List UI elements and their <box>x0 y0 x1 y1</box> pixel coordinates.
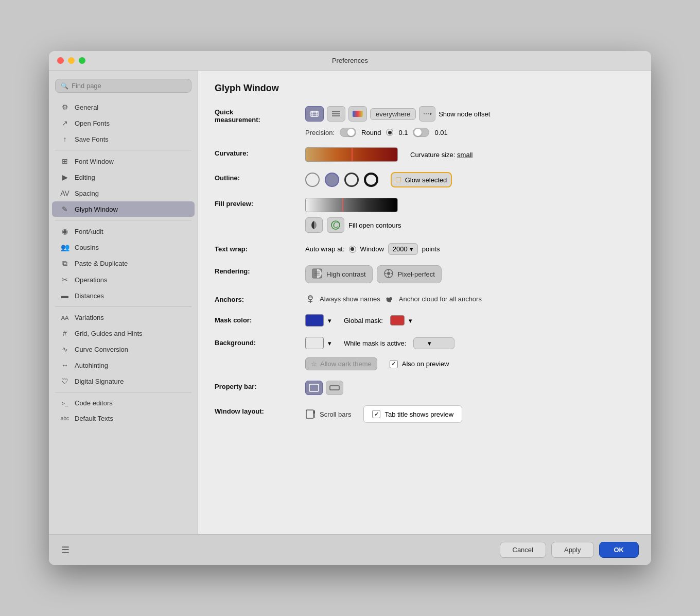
titlebar: Preferences <box>49 51 651 71</box>
sidebar-item-paste-duplicate[interactable]: ⧉ Paste & Duplicate <box>52 255 195 271</box>
grid-icon: # <box>60 329 69 337</box>
traffic-lights <box>57 57 85 64</box>
measurement-btn-film[interactable] <box>305 106 324 122</box>
round-label: Round <box>361 129 381 136</box>
open-fonts-icon: ↗ <box>60 119 69 127</box>
outline-opt-3[interactable] <box>344 173 359 187</box>
precision-toggle-2[interactable] <box>413 128 429 137</box>
sidebar-item-label: Save Fonts <box>75 135 109 143</box>
rendering-label: Rendering: <box>215 265 297 275</box>
toggle-knob-2 <box>414 129 422 136</box>
sidebar: 🔍 ⚙ General ↗ Open Fonts ↑ Save Fonts <box>49 71 198 534</box>
also-on-preview-check[interactable] <box>390 360 398 368</box>
sidebar-item-editing[interactable]: ▶ Editing <box>52 169 195 185</box>
fill-bar[interactable] <box>305 198 398 212</box>
fill-c-btn[interactable]: C <box>327 217 344 233</box>
anchor-cloud-item[interactable]: Anchor cloud for all anchors <box>384 294 482 304</box>
sidebar-item-distances[interactable]: ▬ Distances <box>52 288 195 303</box>
sidebar-item-cousins[interactable]: 👥 Cousins <box>52 239 195 255</box>
also-on-preview-checkbox[interactable]: Also on preview <box>390 360 449 368</box>
code-editors-icon: >_ <box>60 400 69 406</box>
precision-01-radio[interactable] <box>386 129 393 136</box>
show-node-btn[interactable] <box>419 106 435 122</box>
svg-rect-8 <box>353 111 363 117</box>
sidebar-item-general[interactable]: ⚙ General <box>52 99 195 115</box>
quick-measurement-row: Quickmeasurement: <box>215 106 635 137</box>
high-contrast-icon <box>312 268 322 280</box>
prop-bar-half-btn[interactable] <box>326 381 343 395</box>
outline-opt-2[interactable] <box>325 173 339 187</box>
mask-color-chevron[interactable]: ▾ <box>328 317 331 324</box>
fill-open-contours-label: Fill open contours <box>348 221 401 229</box>
sidebar-item-code-editors[interactable]: >_ Code editors <box>52 396 195 410</box>
glow-label: Glow selected <box>405 176 447 184</box>
menu-icon[interactable]: ☰ <box>61 544 69 556</box>
mask-color-swatch[interactable] <box>305 314 324 327</box>
sidebar-item-font-window[interactable]: ⊞ Font Window <box>52 153 195 169</box>
sidebar-item-default-texts[interactable]: abc Default Texts <box>52 411 195 426</box>
text-wrap-points-select[interactable]: 2000 ▾ <box>388 243 418 255</box>
fill-preview-row: Fill preview: <box>215 198 635 233</box>
text-wrap-label: Text wrap: <box>215 243 297 253</box>
sidebar-item-operations[interactable]: ✂ Operations <box>52 272 195 287</box>
high-contrast-btn[interactable]: High contrast <box>305 265 373 283</box>
cancel-button[interactable]: Cancel <box>500 542 546 558</box>
always-show-names[interactable]: top Always show names <box>305 294 380 304</box>
sidebar-item-spacing[interactable]: AV Spacing <box>52 185 195 201</box>
fill-half-dark-btn[interactable] <box>305 217 323 233</box>
pixel-perfect-btn[interactable]: Pixel-perfect <box>377 265 442 283</box>
fill-bar-line <box>342 198 343 212</box>
curvature-size-value[interactable]: small <box>457 151 472 159</box>
search-input[interactable] <box>72 82 186 90</box>
background-row: Background: ▾ While mask is active: ▾ <box>215 337 635 370</box>
svg-point-29 <box>388 299 391 302</box>
while-mask-label: While mask is active: <box>344 339 406 347</box>
minimize-button[interactable] <box>68 57 75 64</box>
sidebar-divider-2 <box>55 220 191 220</box>
outline-opt-1[interactable] <box>305 173 320 187</box>
background-swatch[interactable] <box>305 337 324 349</box>
autohinting-icon: ↔ <box>60 361 69 369</box>
sidebar-item-glyph-window[interactable]: ✎ Glyph Window <box>52 201 195 217</box>
global-mask-label: Global mask: <box>344 317 383 324</box>
ok-button[interactable]: OK <box>599 542 639 558</box>
measurement-btn-lines[interactable] <box>327 106 345 122</box>
text-wrap-radio[interactable] <box>349 246 356 253</box>
prop-bar-full-btn[interactable] <box>305 381 323 395</box>
outline-controls: □ Glow selected <box>305 172 635 187</box>
sidebar-item-digital-signature[interactable]: 🛡 Digital Signature <box>52 373 195 389</box>
sidebar-item-open-fonts[interactable]: ↗ Open Fonts <box>52 115 195 131</box>
measurement-btn-gradient[interactable] <box>348 106 367 122</box>
sidebar-item-autohinting[interactable]: ↔ Autohinting <box>52 357 195 373</box>
tab-title-preview-box: Tab title shows preview <box>363 405 462 423</box>
background-controls: ▾ While mask is active: ▾ ☆ <box>305 337 635 370</box>
glow-selected-btn[interactable]: □ Glow selected <box>391 172 452 187</box>
svg-rect-35 <box>313 411 315 414</box>
sidebar-item-label: Spacing <box>75 190 99 197</box>
sidebar-divider-3 <box>55 306 191 307</box>
sidebar-item-fontaudit[interactable]: ◉ FontAudit <box>52 224 195 239</box>
sidebar-item-variations[interactable]: AA Variations <box>52 310 195 325</box>
search-box[interactable]: 🔍 <box>55 79 191 93</box>
apply-button[interactable]: Apply <box>551 542 594 558</box>
close-button[interactable] <box>57 57 64 64</box>
sidebar-item-save-fonts[interactable]: ↑ Save Fonts <box>52 131 195 147</box>
outline-opt-4[interactable] <box>364 173 378 187</box>
main-panel: Glyph Window Quickmeasurement: <box>198 71 651 534</box>
scroll-bars-label: Scroll bars <box>320 410 351 418</box>
precision-toggle[interactable] <box>340 128 356 137</box>
pixel-perfect-label: Pixel-perfect <box>398 270 435 278</box>
points-value: 2000 <box>393 245 408 253</box>
fill-preview-controls: C Fill open contours <box>305 198 635 233</box>
tab-title-checkbox[interactable] <box>372 410 380 418</box>
font-window-icon: ⊞ <box>60 157 69 165</box>
background-chevron[interactable]: ▾ <box>328 339 331 347</box>
measurement-dropdown[interactable]: everywhere <box>370 108 416 120</box>
sidebar-item-grid-guides[interactable]: # Grid, Guides and Hints <box>52 326 195 341</box>
while-mask-select[interactable]: ▾ <box>413 337 454 349</box>
global-mask-chevron[interactable]: ▾ <box>409 317 412 324</box>
curvature-bar[interactable] <box>305 147 398 162</box>
maximize-button[interactable] <box>79 57 85 64</box>
global-mask-swatch[interactable] <box>390 315 405 326</box>
sidebar-item-curve-conversion[interactable]: ∿ Curve Conversion <box>52 341 195 357</box>
